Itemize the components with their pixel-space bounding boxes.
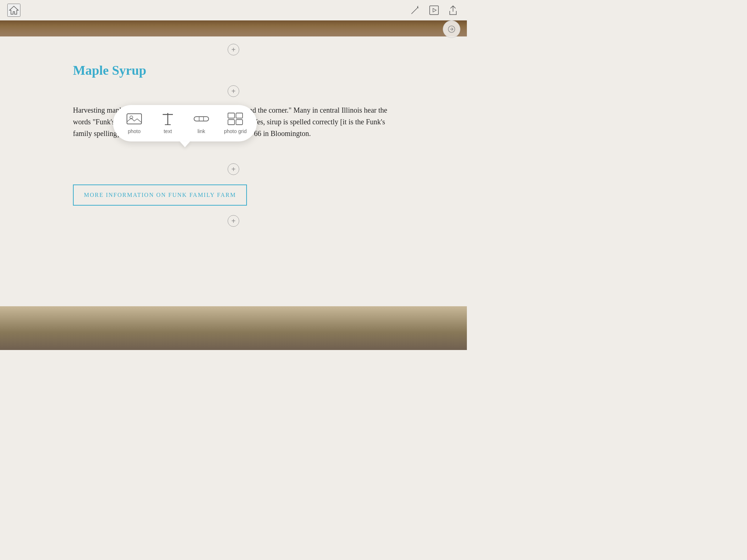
text-svg-icon — [160, 111, 176, 127]
svg-rect-6 — [194, 117, 209, 121]
popup-item-link[interactable]: link — [190, 112, 212, 134]
popup-item-photo[interactable]: photo — [123, 112, 145, 134]
add-block-button-3[interactable]: + — [227, 163, 240, 176]
page-title: Maple Syrup — [73, 63, 467, 78]
popup-photo-label: photo — [128, 128, 140, 134]
add-block-button-2[interactable]: + — [227, 85, 240, 98]
plus-btn-row-2: + — [0, 85, 467, 98]
play-icon — [429, 5, 439, 15]
popup-text-label: text — [164, 128, 172, 134]
home-icon — [9, 5, 19, 15]
svg-line-0 — [411, 9, 417, 14]
svg-rect-1 — [430, 6, 438, 15]
add-block-button-4[interactable]: + — [227, 214, 240, 228]
header-overlay — [0, 26, 467, 36]
text-icon — [160, 112, 176, 125]
main-content: + Maple Syrup + Harvesting maple sap is … — [0, 36, 467, 306]
svg-rect-11 — [228, 120, 235, 125]
popup-item-photo-grid[interactable]: photo grid — [224, 112, 247, 134]
share-button[interactable] — [446, 4, 460, 17]
photo-grid-icon — [227, 112, 243, 125]
share-icon — [449, 5, 457, 15]
plus-btn-row-4: + — [0, 214, 467, 228]
play-button[interactable] — [427, 4, 441, 17]
content-insert-popup: photo text link — [113, 105, 257, 141]
popup-item-text[interactable]: text — [157, 112, 179, 134]
add-block-button-1[interactable]: + — [227, 43, 240, 56]
magic-wand-button[interactable] — [409, 4, 422, 17]
svg-rect-4 — [127, 114, 142, 124]
plus-circle-2: + — [228, 85, 239, 97]
plus-btn-row-3: + — [0, 163, 467, 176]
magic-wand-icon — [410, 5, 420, 15]
popup-photo-grid-label: photo grid — [224, 128, 247, 134]
photo-grid-svg-icon — [227, 112, 243, 125]
more-info-button[interactable]: MORE INFORMATION ON FUNK FAMILY FARM — [73, 184, 247, 206]
link-svg-icon — [193, 114, 209, 124]
svg-marker-2 — [433, 8, 436, 12]
home-button[interactable] — [7, 4, 20, 17]
svg-rect-10 — [236, 113, 243, 118]
top-bar — [0, 0, 467, 20]
popup-link-label: link — [197, 128, 205, 134]
expand-button[interactable] — [443, 20, 460, 38]
link-icon — [193, 112, 209, 125]
footer-image — [0, 306, 467, 350]
photo-icon — [126, 112, 142, 125]
photo-svg-icon — [126, 112, 142, 125]
svg-rect-9 — [228, 113, 235, 118]
plus-circle-1: + — [228, 44, 239, 55]
plus-btn-row-1: + — [0, 43, 467, 56]
svg-rect-12 — [236, 120, 243, 125]
top-bar-left — [7, 4, 20, 17]
expand-icon — [448, 25, 456, 33]
plus-circle-3: + — [228, 163, 239, 175]
plus-circle-4: + — [228, 215, 239, 227]
top-bar-right — [409, 4, 460, 17]
